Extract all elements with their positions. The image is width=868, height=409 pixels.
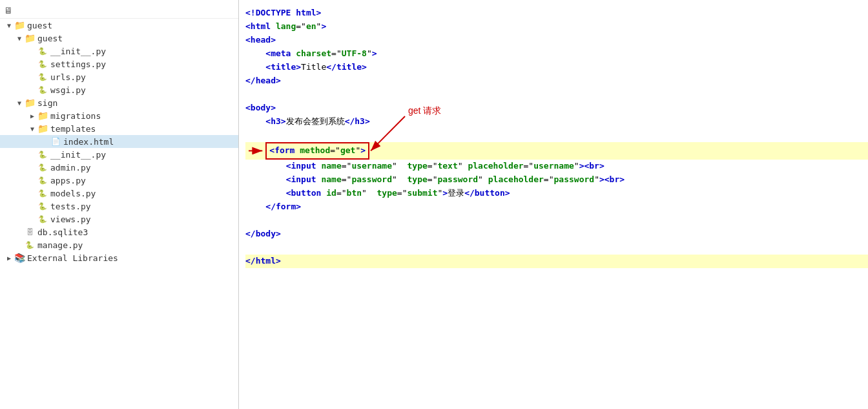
tree-item-db-sqlite[interactable]: 🗄db.sqlite3: [0, 225, 238, 238]
tree-item-ext-libs[interactable]: ▶📚External Libraries: [0, 251, 238, 264]
code-line-13: <button id="btn" type="submit">登录</butto…: [245, 187, 868, 200]
tree-label-sign-folder: sign: [37, 98, 57, 108]
code-line-content-13: <button id="btn" type="submit">登录</butto…: [245, 187, 868, 200]
annotation-label: get 请求: [408, 103, 441, 118]
tree-item-guest-sub[interactable]: ▼📁guest: [0, 32, 238, 45]
tree-label-views-py: views.py: [50, 215, 91, 224]
tree-arrow-sign-folder: ▼: [16, 99, 23, 107]
tree-label-models-py: models.py: [50, 189, 96, 198]
tree-item-init-py-1[interactable]: 🐍__init__.py: [0, 45, 238, 58]
workspace-icon: 🖥: [4, 5, 13, 16]
tree-label-wsgi-py: wsgi.py: [50, 85, 86, 95]
tree-icon-init-py-2: 🐍: [37, 149, 48, 160]
tree-icon-admin-py: 🐍: [37, 162, 48, 173]
code-line-9: [245, 129, 868, 142]
tree-label-urls-py: urls.py: [50, 72, 86, 82]
tree-icon-init-py-1: 🐍: [37, 46, 48, 56]
tree-icon-models-py: 🐍: [37, 188, 48, 198]
code-line-10: <form method="get">: [245, 142, 868, 160]
tree-label-guest-sub: guest: [37, 34, 63, 43]
tree-item-urls-py[interactable]: 🐍urls.py: [0, 70, 238, 83]
tree-icon-settings-py: 🐍: [37, 59, 48, 69]
code-line-content-8: <h3>发布会签到系统</h3>: [245, 115, 868, 129]
tree-label-db-sqlite: db.sqlite3: [37, 227, 88, 237]
form-box: <form method="get">: [265, 142, 369, 160]
code-line-content-0: <!DOCTYPE html>: [245, 6, 868, 20]
tree-icon-ext-libs: 📚: [14, 253, 25, 263]
code-line-1: <html lang="en">: [245, 20, 868, 34]
code-line-content-1: <html lang="en">: [245, 20, 868, 34]
tree-label-guest-root: guest: [27, 21, 52, 30]
code-line-content-15: [245, 214, 868, 227]
code-line-8: <h3>发布会签到系统</h3>: [245, 115, 868, 129]
tree-container: ▼📁guest▼📁guest🐍__init__.py🐍settings.py🐍u…: [0, 19, 238, 264]
code-line-16: </body>: [245, 227, 868, 241]
tree-label-init-py-2: __init__.py: [50, 150, 106, 160]
code-line-content-9: [245, 129, 868, 142]
tree-item-models-py[interactable]: 🐍models.py: [0, 187, 238, 200]
code-line-content-14: </form>: [245, 200, 868, 214]
code-line-14: </form>: [245, 200, 868, 214]
tree-item-migrations-folder[interactable]: ▶📁migrations: [0, 109, 238, 122]
code-line-6: [245, 88, 868, 101]
tree-label-index-html: index.html: [63, 137, 114, 147]
code-line-0: <!DOCTYPE html>: [245, 6, 868, 20]
tree-label-ext-libs: External Libraries: [27, 253, 118, 263]
tree-icon-apps-py: 🐍: [37, 175, 48, 185]
code-line-18: </html>: [245, 255, 868, 268]
code-panel: <!DOCTYPE html><html lang="en"><head> <m…: [239, 0, 868, 409]
code-content: <!DOCTYPE html><html lang="en"><head> <m…: [245, 6, 868, 268]
workspace-header: 🖥: [0, 3, 238, 19]
code-line-11: <input name="username" type="text" place…: [245, 160, 868, 173]
code-line-content-7: <body>: [245, 101, 868, 115]
code-line-2: <head>: [245, 34, 868, 47]
tree-icon-db-sqlite: 🗄: [25, 227, 35, 237]
tree-item-tests-py[interactable]: 🐍tests.py: [0, 200, 238, 213]
code-line-7: <body>: [245, 101, 868, 115]
code-line-content-12: <input name="password" type="password" p…: [245, 173, 868, 187]
code-line-content-17: [245, 241, 868, 255]
tree-label-settings-py: settings.py: [50, 59, 106, 69]
tree-item-apps-py[interactable]: 🐍apps.py: [0, 174, 238, 187]
tree-item-wsgi-py[interactable]: 🐍wsgi.py: [0, 83, 238, 96]
tree-item-settings-py[interactable]: 🐍settings.py: [0, 58, 238, 70]
code-line-4: <title>Title</title>: [245, 61, 868, 74]
code-line-5: </head>: [245, 74, 868, 88]
tree-label-apps-py: apps.py: [50, 176, 86, 185]
code-line-12: <input name="password" type="password" p…: [245, 173, 868, 187]
code-line-content-11: <input name="username" type="text" place…: [245, 160, 868, 173]
tree-item-templates-folder[interactable]: ▼📁templates: [0, 122, 238, 135]
tree-item-manage-py[interactable]: 🐍manage.py: [0, 238, 238, 251]
tree-arrow-guest-root: ▼: [5, 21, 13, 29]
tree-icon-wsgi-py: 🐍: [37, 85, 48, 95]
code-line-content-16: </body>: [245, 227, 868, 241]
tree-item-views-py[interactable]: 🐍views.py: [0, 213, 238, 225]
tree-label-admin-py: admin.py: [50, 163, 91, 173]
tree-item-guest-root[interactable]: ▼📁guest: [0, 19, 238, 32]
code-line-content-18: </html>: [245, 255, 868, 268]
code-line-content-3: <meta charset="UTF-8">: [245, 47, 868, 61]
tree-icon-urls-py: 🐍: [37, 72, 48, 82]
tree-label-tests-py: tests.py: [50, 202, 91, 211]
code-line-content-5: </head>: [245, 74, 868, 88]
tree-icon-index-html: 📄: [50, 136, 61, 147]
code-line-15: [245, 214, 868, 227]
file-tree-panel: 🖥 ▼📁guest▼📁guest🐍__init__.py🐍settings.py…: [0, 0, 239, 409]
tree-item-index-html[interactable]: 📄index.html: [0, 135, 238, 148]
tree-arrow-templates-folder: ▼: [28, 125, 36, 132]
tree-item-init-py-2[interactable]: 🐍__init__.py: [0, 148, 238, 161]
tree-icon-views-py: 🐍: [37, 214, 48, 224]
tree-item-sign-folder[interactable]: ▼📁sign: [0, 96, 238, 109]
tree-icon-templates-folder: 📁: [37, 123, 48, 134]
code-line-content-2: <head>: [245, 34, 868, 47]
code-line-17: [245, 241, 868, 255]
tree-icon-sign-folder: 📁: [25, 98, 35, 108]
tree-arrow-guest-sub: ▼: [16, 34, 23, 42]
tree-arrow-ext-libs: ▶: [5, 254, 13, 262]
tree-icon-migrations-folder: 📁: [37, 110, 48, 121]
tree-icon-guest-root: 📁: [14, 20, 25, 30]
code-line-content-4: <title>Title</title>: [245, 61, 868, 74]
tree-label-migrations-folder: migrations: [50, 111, 101, 121]
tree-item-admin-py[interactable]: 🐍admin.py: [0, 161, 238, 174]
tree-icon-manage-py: 🐍: [25, 240, 35, 250]
